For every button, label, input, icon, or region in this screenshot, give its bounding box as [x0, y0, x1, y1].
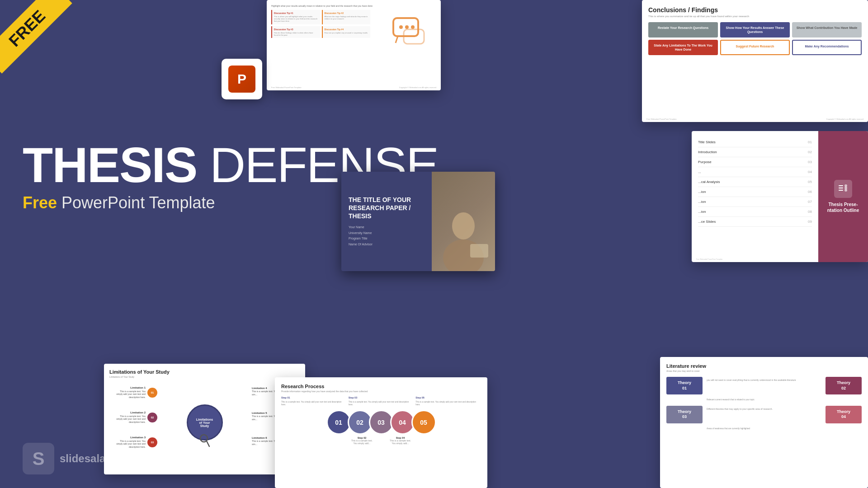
outline-num-8: 08	[808, 210, 812, 214]
disc-tip-3: Discussion Tip #3 How do these findings …	[271, 26, 320, 38]
research-program: Program Title	[349, 236, 425, 242]
limitations-diagram: Limitationsof YourStudy Limitation 1 Thi…	[109, 382, 300, 463]
disc-tip-2: Discussion Tip #2 What are the major fin…	[322, 10, 371, 24]
process-circles: 01 02 03 04 05	[281, 410, 481, 435]
outline-num-9: 09	[808, 220, 812, 224]
outline-num-3: 03	[808, 160, 812, 164]
outline-num-1: 01	[808, 140, 812, 144]
research-meta: Your Name University Name Program Title …	[349, 225, 425, 247]
literature-row2: Theory03 Different theories that may app…	[666, 406, 862, 423]
step-bottom-2: Step 02 This is a sample text. You simpl…	[349, 436, 374, 445]
step-col-5: Step 05 This is a sample text. You simpl…	[415, 396, 481, 406]
outline-num-5: 05	[808, 180, 812, 184]
outline-num-7: 07	[808, 200, 812, 204]
theory-desc-01: you will not want to cover everything th…	[705, 377, 823, 394]
lim-node-1: Limitation 1 This is a sample text. You …	[114, 386, 157, 399]
conc-card-6: Make Any Recommendations	[792, 40, 862, 55]
brand-logo: S slidesalad	[23, 443, 112, 474]
theory-box-02: Theory02	[826, 377, 862, 394]
svg-line-15	[207, 441, 209, 446]
theory-desc-04: Areas of weakness that are currently hig…	[705, 426, 823, 432]
outline-item-9: ...ce Slides 09	[698, 217, 812, 227]
step-bottom-4-desc: This is a sample text. You simply add...	[388, 439, 413, 445]
tip3-body: How do these findings relate to what oth…	[274, 32, 318, 36]
step-col-3: Step 03 This is a sample text. You simpl…	[349, 396, 414, 406]
svg-point-2	[405, 25, 409, 29]
outline-label-7: ...ion	[698, 200, 706, 204]
step-label-3: Step 03	[349, 396, 414, 400]
theory-box-04: Theory04	[826, 406, 862, 423]
magnify-icon	[199, 434, 210, 449]
lim-circle-1: 01	[147, 388, 157, 398]
step-bottom-4: Step 04 This is a sample text. You simpl…	[388, 436, 413, 445]
proc-circle-5: 05	[411, 410, 436, 435]
svg-point-3	[411, 25, 415, 29]
outline-label-5: ...cal Analysis	[698, 180, 720, 184]
outline-num-2: 02	[808, 150, 812, 154]
theory-box-01: Theory01	[666, 377, 703, 394]
chat-icon	[391, 14, 427, 56]
outline-num-6: 06	[808, 190, 812, 194]
disc-tip-1: Discussion Tip #1 This is where you will…	[271, 10, 320, 24]
conclusions-footer-right: Copyright © Slidesalad.com All rights re…	[826, 118, 863, 120]
conclusions-footer-left: Free Slidesalad PowerPoint Template	[646, 118, 677, 120]
step-desc-5: This is a sample text. You simply add yo…	[415, 401, 481, 407]
tip4-title: Discussion Tip #4	[325, 28, 369, 31]
outline-panel-title: Thesis Prese­ntation Outline	[823, 202, 863, 213]
outline-item-2: Introduction 02	[698, 147, 812, 157]
svg-rect-13	[470, 244, 488, 258]
lim-node-2-text: Limitation 2 This is a sample text. You …	[114, 411, 146, 423]
conc-card-1: Restate Your Research Questions	[648, 22, 718, 38]
svg-point-10	[844, 189, 847, 192]
outline-label-2: Introduction	[698, 150, 717, 154]
svg-point-11	[452, 212, 475, 239]
tip4-body: How can you explain any unusual or surpr…	[325, 32, 369, 34]
outline-label-6: ...ion	[698, 190, 706, 194]
conclusions-footer: Free Slidesalad PowerPoint Template Copy…	[646, 118, 863, 120]
conclusions-title: Conclusions / Findings	[648, 6, 862, 14]
research-content: THE TITLE OF YOUR RESEARCH PAPER / THESI…	[341, 172, 432, 271]
step-bottom-2-desc: This is a sample text. You simply add...	[349, 439, 374, 445]
step-desc-3: This is a sample text. You simply add yo…	[349, 401, 414, 407]
outline-label-3: Purpose	[698, 160, 712, 164]
tip3-title: Discussion Tip #3	[274, 28, 318, 31]
slide-outline-preview: Title Slides 01 Introduction 02 Purpose …	[692, 131, 868, 262]
research-photo	[432, 172, 495, 271]
step-label-1: Step 01	[281, 396, 347, 400]
slide-process-preview: Research Process Provide information reg…	[275, 377, 487, 488]
outline-item-5: ...cal Analysis 05	[698, 177, 812, 187]
free-banner: FREE	[0, 0, 81, 81]
conclusions-subtitle: This is where you summarize and tie up a…	[648, 15, 862, 18]
outline-right-panel: Thesis Prese­ntation Outline	[818, 131, 868, 262]
theory-desc-02: Relevant current research that is relate…	[705, 397, 823, 403]
lit-spacer2-left	[666, 426, 703, 432]
lim-node-1-text: Limitation 1 This is a sample text. You …	[114, 386, 146, 399]
literature-desc-row2: Areas of weakness that are currently hig…	[666, 426, 862, 432]
svg-point-1	[399, 25, 403, 29]
outline-label-4: ...	[698, 170, 701, 174]
slide-literature-preview: Literature review Areas that you may wis…	[660, 357, 868, 488]
limitations-subtitle: Limitations of Your Study	[109, 375, 300, 378]
process-bottom-labels: Step 02 This is a sample text. You simpl…	[281, 436, 481, 445]
subtitle-free: Free	[23, 193, 57, 212]
free-label: FREE	[0, 0, 72, 74]
step-desc-1: This is a sample text. You simply add yo…	[281, 401, 347, 407]
title-word-thesis: THESIS	[23, 137, 197, 192]
theory-box-03: Theory03	[666, 406, 703, 423]
lim-circle-3: 03	[147, 437, 157, 447]
tip2-body: What are the major findings and what do …	[325, 15, 369, 20]
lim-node-3-text: Limitation 3 This is a sample text. You …	[114, 436, 146, 448]
literature-title: Literature review	[666, 363, 862, 369]
slide-conclusions-preview: Conclusions / Findings This is where you…	[642, 0, 868, 122]
tip1-title: Discussion Tip #1	[274, 12, 318, 14]
outline-item-8: ...ion 08	[698, 207, 812, 217]
slide-discussion-preview: Highlight what your results actually mea…	[267, 0, 441, 90]
process-steps-top: Step 01 This is a sample text. You simpl…	[281, 396, 481, 406]
research-name: Your Name	[349, 225, 425, 230]
logo-icon: S	[23, 443, 54, 474]
outline-item-3: Purpose 03	[698, 157, 812, 167]
outline-num-4: 04	[808, 170, 812, 174]
step-label-5: Step 05	[415, 396, 481, 400]
outline-list: Title Slides 01 Introduction 02 Purpose …	[692, 131, 818, 262]
svg-rect-6	[839, 188, 843, 188]
